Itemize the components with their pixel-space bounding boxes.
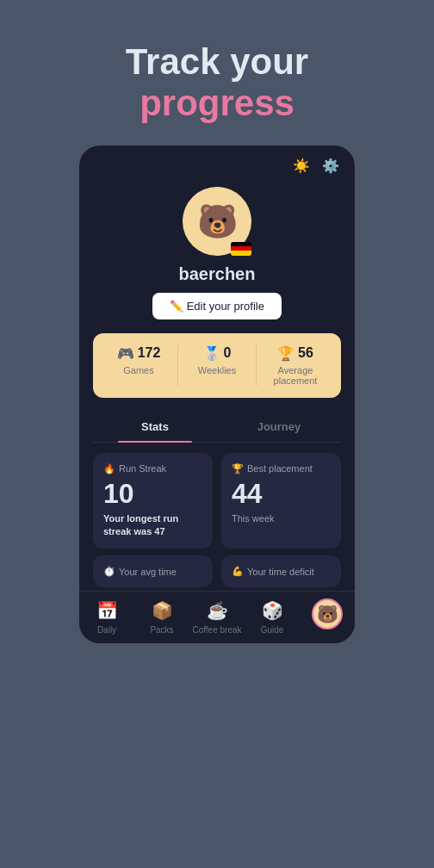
- profile-avatar-nav: 🐻: [312, 598, 343, 629]
- coffee-label: Coffee break: [192, 625, 241, 635]
- run-streak-card: 🔥 Run Streak 10 Your longest run streak …: [93, 453, 213, 549]
- best-placement-card: 🏆 Best placement 44 This week: [221, 453, 341, 549]
- settings-icon[interactable]: ⚙️: [320, 156, 341, 177]
- packs-label: Packs: [150, 625, 173, 635]
- stat-weeklies: 🥈 0 Weeklies: [177, 345, 256, 386]
- run-streak-label: 🔥 Run Streak: [103, 463, 202, 474]
- stat-games-value: 🎮 172: [117, 345, 161, 362]
- stat-placement-label: Average placement: [257, 365, 334, 386]
- run-streak-sub: Your longest run streak was 47: [103, 512, 202, 539]
- sun-icon[interactable]: ☀️: [291, 156, 312, 177]
- stat-weeklies-value: 🥈 0: [203, 345, 232, 362]
- header-section: Track your progress: [0, 0, 434, 146]
- best-placement-label: 🏆 Best placement: [232, 463, 331, 474]
- best-placement-sub: This week: [232, 512, 331, 525]
- run-streak-value: 10: [103, 480, 202, 507]
- phone-card: ☀️ ⚙️ 🐻 baerchen ✏️ Edit your profile 🎮 …: [79, 146, 355, 644]
- nav-daily[interactable]: 📅 Daily: [79, 598, 134, 635]
- header-title-line2: progress: [28, 83, 406, 124]
- top-bar: ☀️ ⚙️: [79, 146, 355, 180]
- username: baerchen: [179, 264, 256, 284]
- flag-badge: [231, 242, 251, 256]
- stat-games-label: Games: [123, 365, 153, 375]
- nav-coffee[interactable]: ☕ Coffee break: [189, 598, 245, 635]
- bear-emoji: 🐻: [197, 202, 238, 240]
- profile-section: 🐻 baerchen ✏️ Edit your profile: [79, 180, 355, 333]
- daily-icon: 📅: [95, 598, 119, 623]
- tab-stats[interactable]: Stats: [93, 412, 217, 442]
- tab-journey[interactable]: Journey: [217, 412, 341, 442]
- placement-icon: 🏆: [277, 345, 294, 362]
- nav-profile[interactable]: 🐻: [300, 598, 355, 635]
- avg-time-card: ⏱️ Your avg time: [93, 555, 213, 587]
- stats-grid: 🔥 Run Streak 10 Your longest run streak …: [79, 443, 355, 556]
- weeklies-icon: 🥈: [203, 345, 220, 362]
- time-deficit-card: 💪 Your time deficit: [221, 555, 341, 587]
- fire-icon: 🔥: [103, 463, 115, 474]
- coffee-icon: ☕: [205, 598, 229, 623]
- bottom-row-cards: ⏱️ Your avg time 💪 Your time deficit: [79, 555, 355, 591]
- avg-time-label: ⏱️ Your avg time: [103, 566, 202, 577]
- muscle-icon: 💪: [232, 566, 244, 577]
- stat-placement-value: 🏆 56: [277, 345, 313, 362]
- guide-icon: 🎲: [260, 598, 284, 623]
- games-icon: 🎮: [117, 345, 134, 362]
- nav-guide[interactable]: 🎲 Guide: [245, 598, 300, 635]
- stat-placement: 🏆 56 Average placement: [256, 345, 334, 386]
- packs-icon: 📦: [150, 598, 174, 623]
- tabs-row: Stats Journey: [93, 412, 341, 443]
- header-title-line1: Track your: [28, 41, 406, 83]
- flag-gold-stripe: [231, 251, 251, 255]
- trophy-icon: 🏆: [232, 463, 244, 474]
- best-placement-value: 44: [232, 480, 331, 507]
- edit-profile-button[interactable]: ✏️ Edit your profile: [152, 293, 282, 319]
- avatar-container: 🐻: [183, 187, 251, 256]
- timer-icon: ⏱️: [103, 566, 115, 577]
- guide-label: Guide: [261, 625, 284, 635]
- daily-label: Daily: [97, 625, 116, 635]
- time-deficit-label: 💪 Your time deficit: [232, 566, 331, 577]
- stat-weeklies-label: Weeklies: [198, 365, 236, 375]
- stat-games: 🎮 172 Games: [100, 345, 177, 386]
- stats-bar: 🎮 172 Games 🥈 0 Weeklies 🏆 56 Average pl…: [93, 333, 341, 398]
- bottom-nav: 📅 Daily 📦 Packs ☕ Coffee break 🎲 Guide 🐻: [79, 591, 355, 643]
- nav-packs[interactable]: 📦 Packs: [134, 598, 189, 635]
